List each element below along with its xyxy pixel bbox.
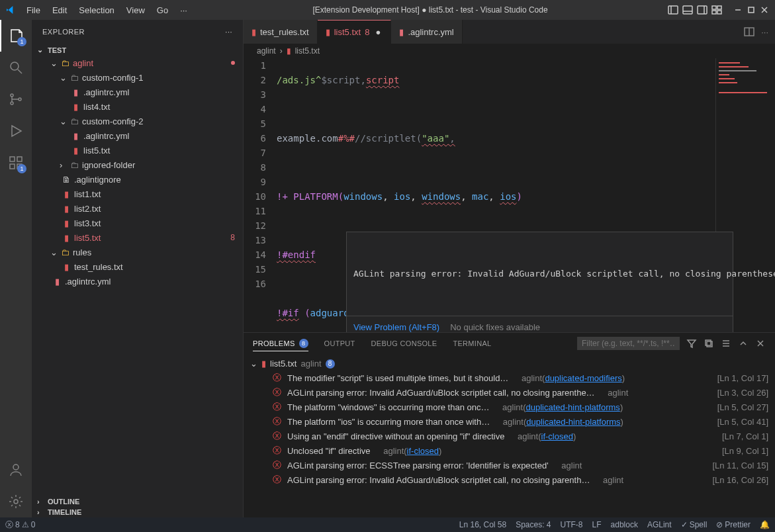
folder-ignored[interactable]: ›🗀ignored-folder [32,157,243,172]
section-test[interactable]: ⌄ TEST [32,44,243,56]
section-outline[interactable]: ›OUTLINE [32,496,243,507]
file-list5[interactable]: ▮list5.txt8 [32,230,243,245]
menu-go[interactable]: Go [152,3,173,18]
sidebar-header: EXPLORER ··· [32,20,243,43]
file-list3[interactable]: ▮list3.txt [32,216,243,230]
tab-more-icon[interactable]: ··· [761,27,768,37]
activity-settings[interactable] [0,486,32,517]
problem-row[interactable]: ⓧAGLint parsing error: Invalid AdGuard/u… [250,385,768,400]
tab-aglintrc[interactable]: ▮.aglintrc.yml [391,20,462,44]
status-aglint[interactable]: AGLint [647,520,672,529]
problem-row[interactable]: ⓧAGLint parsing error: ECSSTree parsing … [250,458,768,472]
activity-explorer[interactable]: 1 [0,20,32,52]
activity-extensions[interactable]: 1 [0,147,32,179]
problem-row[interactable]: ⓧThe modifier "script" is used multiple … [250,371,768,385]
breadcrumb[interactable]: aglint › ▮ list5.txt [244,44,775,58]
activity-run-debug[interactable] [0,115,32,147]
toggle-panel-right-icon[interactable] [697,5,707,15]
status-prettier[interactable]: ⊘Prettier [716,520,751,529]
toggle-panel-left-icon[interactable] [668,5,678,15]
code-editor[interactable]: 12345678910111213141516 /ads.js^$script,… [244,58,775,332]
file-list1[interactable]: ▮list1.txt [32,187,243,201]
file-aglintrc-yml-1[interactable]: ▮.aglintrc.yml [32,85,243,99]
tab-dirty-icon[interactable]: ● [373,28,383,37]
view-as-tree-icon[interactable] [721,338,731,349]
panel-tab-terminal[interactable]: TERMINAL [453,339,491,347]
status-encoding[interactable]: UTF-8 [561,520,583,529]
folder-aglint[interactable]: ⌄🗀aglint [32,56,243,70]
status-cursor[interactable]: Ln 16, Col 58 [459,520,506,529]
maximize-icon[interactable] [746,5,756,15]
toggle-panel-bottom-icon[interactable] [682,5,693,15]
sidebar-title: EXPLORER [42,28,85,36]
activity-account[interactable] [0,454,32,486]
filter-input[interactable] [577,337,680,350]
problem-file-header[interactable]: ⌄ ▮ list5.txt aglint 8 [250,357,768,371]
file-test-rules[interactable]: ▮test_rules.txt [32,259,243,274]
customize-layout-icon[interactable] [711,5,722,15]
section-timeline[interactable]: ›TIMELINE [32,507,243,517]
activity-bar: 1 1 [0,20,32,517]
status-eol[interactable]: LF [592,520,602,529]
panel-tab-debug[interactable]: DEBUG CONSOLE [371,339,437,347]
title-bar: File Edit Selection View Go ··· [Extensi… [0,0,775,20]
folder-rules[interactable]: ⌄🗀rules [32,245,243,259]
status-bar: ⓧ8 ⚠0 Ln 16, Col 58 Spaces: 4 UTF-8 LF a… [0,517,775,532]
close-icon[interactable] [759,5,770,15]
problem-rule-link[interactable]: duplicated-hint-platforms [526,402,620,412]
layout-controls [668,5,722,15]
problem-row[interactable]: ⓧAGLint parsing error: Invalid AdGuard/u… [250,472,768,487]
activity-source-control[interactable] [0,83,32,115]
svg-rect-22 [17,157,22,161]
collapse-all-icon[interactable] [704,338,714,349]
problem-rule-link[interactable]: duplicated-modifiers [545,373,621,383]
problem-rule-link[interactable]: if-closed [407,446,439,456]
menu-edit[interactable]: Edit [47,3,72,18]
menu-selection[interactable]: Selection [73,3,119,18]
problem-rule-link[interactable]: if-closed [541,431,573,441]
panel-tab-problems[interactable]: PROBLEMS8 [253,339,308,351]
problem-rule-link[interactable]: duplicated-hint-platforms [526,417,620,427]
status-bell[interactable]: 🔔 [760,520,770,529]
file-list2[interactable]: ▮list2.txt [32,201,243,216]
sidebar-more-icon[interactable]: ··· [225,28,232,36]
no-fixes-label: No quick fixes available [450,320,540,332]
file-list4[interactable]: ▮list4.txt [32,99,243,114]
problem-source: aglint [603,475,623,485]
svg-rect-2 [683,6,692,14]
menu-file[interactable]: File [21,3,46,18]
problem-location: [Ln 5, Col 27] [717,402,768,412]
tab-test-rules[interactable]: ▮test_rules.txt [244,20,318,44]
activity-search[interactable] [0,52,32,83]
code-content[interactable]: /ads.js^$script,script example.com#%#//s… [277,58,715,332]
problem-row[interactable]: ⓧThe platform "ios" is occurring more th… [250,414,768,429]
problem-row[interactable]: ⓧUsing an "endif" directive without an o… [250,429,768,443]
panel-close-icon[interactable] [755,338,766,349]
split-editor-icon[interactable] [744,26,754,37]
problem-location: [Ln 3, Col 26] [717,388,768,398]
problem-row[interactable]: ⓧThe platform "windows" is occurring mor… [250,400,768,414]
status-spell[interactable]: ✓Spell [681,520,707,529]
folder-custom-config-2[interactable]: ⌄🗀custom-config-2 [32,114,243,128]
tab-list5[interactable]: ▮list5.txt8● [318,20,392,44]
file-list5-cc2[interactable]: ▮list5.txt [32,143,243,157]
menu-more[interactable]: ··· [175,3,193,18]
status-language[interactable]: adblock [611,520,638,529]
panel-tab-output[interactable]: OUTPUT [324,339,355,347]
view-problem-link[interactable]: View Problem (Alt+F8) [353,320,439,332]
file-root-aglintrc[interactable]: ▮.aglintrc.yml [32,274,243,288]
svg-rect-7 [717,6,721,9]
status-spaces[interactable]: Spaces: 4 [516,520,551,529]
svg-point-24 [14,500,18,504]
status-errors[interactable]: ⓧ8 ⚠0 [5,519,35,531]
minimize-icon[interactable] [733,5,743,15]
error-icon: ⓧ [273,372,282,384]
problem-row[interactable]: ⓧUnclosed "if" directive aglint(if-close… [250,443,768,458]
error-icon: ⓧ [273,459,282,471]
folder-custom-config-1[interactable]: ⌄🗀custom-config-1 [32,70,243,85]
file-aglintignore[interactable]: 🗎.aglintignore [32,172,243,187]
chevron-up-icon[interactable] [738,338,749,349]
file-aglintrc-yml-2[interactable]: ▮.aglintrc.yml [32,128,243,143]
menu-view[interactable]: View [121,3,150,18]
filter-icon[interactable] [686,338,697,349]
